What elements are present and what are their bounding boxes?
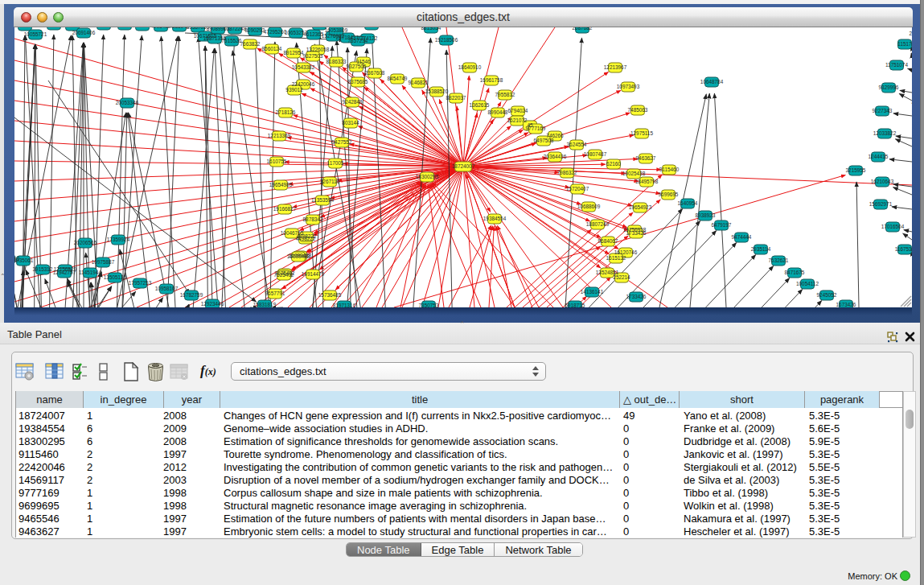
svg-text:11451944: 11451944 xyxy=(79,270,101,275)
svg-text:2718126: 2718126 xyxy=(276,109,296,115)
svg-text:9699695: 9699695 xyxy=(659,192,679,197)
svg-text:19654985: 19654985 xyxy=(269,182,293,187)
svg-text:17016504: 17016504 xyxy=(881,224,905,229)
svg-text:7625402: 7625402 xyxy=(274,272,294,278)
svg-text:87490893: 87490893 xyxy=(0,256,20,262)
svg-text:19166827: 19166827 xyxy=(273,206,297,212)
svg-text:11751074: 11751074 xyxy=(885,62,908,68)
svg-text:9329996: 9329996 xyxy=(879,84,899,90)
svg-text:16210643: 16210643 xyxy=(871,179,894,184)
svg-text:10543382: 10543382 xyxy=(292,64,315,70)
svg-text:20206565: 20206565 xyxy=(74,240,97,245)
svg-text:7632621: 7632621 xyxy=(769,257,789,263)
svg-text:9474444: 9474444 xyxy=(732,234,752,240)
svg-text:18807249: 18807249 xyxy=(586,221,610,227)
svg-text:9657791: 9657791 xyxy=(265,290,285,296)
svg-text:1419610: 1419610 xyxy=(15,23,35,28)
svg-text:2687682: 2687682 xyxy=(573,25,593,31)
svg-text:16961758: 16961758 xyxy=(480,77,503,83)
svg-text:19384554: 19384554 xyxy=(483,216,507,221)
svg-text:4498222: 4498222 xyxy=(297,233,317,239)
svg-text:9777169: 9777169 xyxy=(526,126,546,131)
svg-text:1615132: 1615132 xyxy=(606,255,626,261)
svg-text:9463627: 9463627 xyxy=(636,155,656,161)
svg-text:1362615: 1362615 xyxy=(470,102,490,108)
svg-text:8813054: 8813054 xyxy=(421,25,441,31)
svg-text:19218506: 19218506 xyxy=(435,37,458,43)
svg-text:2458591: 2458591 xyxy=(94,22,114,27)
svg-text:1733426: 1733426 xyxy=(626,230,647,236)
svg-text:1673426: 1673426 xyxy=(836,302,856,307)
svg-text:18300295: 18300295 xyxy=(416,174,439,179)
svg-text:16099488: 16099488 xyxy=(287,253,310,259)
svg-text:2571945: 2571945 xyxy=(133,23,153,28)
svg-text:7022674: 7022674 xyxy=(310,22,330,27)
svg-text:803144: 803144 xyxy=(342,120,359,126)
svg-text:13505135: 13505135 xyxy=(104,274,127,280)
svg-text:2367608: 2367608 xyxy=(365,70,385,76)
svg-text:1621072: 1621072 xyxy=(507,117,528,123)
svg-text:8186323: 8186323 xyxy=(326,59,347,64)
svg-text:10973493: 10973493 xyxy=(617,84,640,89)
svg-text:6479197: 6479197 xyxy=(712,222,732,228)
svg-text:14914479: 14914479 xyxy=(302,271,325,277)
svg-text:18640910: 18640910 xyxy=(458,64,482,70)
svg-text:3215955: 3215955 xyxy=(846,167,866,173)
svg-text:7663822: 7663822 xyxy=(240,41,261,47)
svg-text:14265799: 14265799 xyxy=(113,22,137,27)
svg-text:12942757: 12942757 xyxy=(53,270,76,275)
svg-text:11517: 11517 xyxy=(897,41,912,47)
svg-text:9115460: 9115460 xyxy=(659,167,680,172)
svg-text:9684067: 9684067 xyxy=(598,238,618,244)
svg-text:1167534: 1167534 xyxy=(895,246,915,252)
svg-text:47295260: 47295260 xyxy=(264,29,287,35)
svg-text:1640954: 1640954 xyxy=(678,200,698,206)
svg-text:16120746: 16120746 xyxy=(614,249,638,255)
svg-text:10688609: 10688609 xyxy=(577,204,601,209)
svg-text:13226058: 13226058 xyxy=(306,47,330,52)
svg-text:10648784: 10648784 xyxy=(700,79,724,84)
svg-text:9227343: 9227343 xyxy=(873,108,893,113)
svg-text:3267110: 3267110 xyxy=(320,179,340,184)
svg-text:9242848: 9242848 xyxy=(343,99,363,105)
svg-text:22420046: 22420046 xyxy=(292,81,315,87)
svg-text:7485063: 7485063 xyxy=(628,107,648,113)
svg-text:7515526: 7515526 xyxy=(222,38,242,43)
svg-text:12975115: 12975115 xyxy=(630,130,653,136)
svg-text:8938923: 8938923 xyxy=(696,212,716,218)
svg-text:7357234: 7357234 xyxy=(348,38,368,43)
svg-text:3624554: 3624554 xyxy=(567,142,587,147)
svg-text:12923446: 12923446 xyxy=(201,301,224,307)
svg-text:16053809: 16053809 xyxy=(325,27,348,33)
svg-text:9245052: 9245052 xyxy=(817,292,837,298)
svg-text:16782759: 16782759 xyxy=(180,292,203,298)
svg-text:10975887: 10975887 xyxy=(92,259,115,265)
svg-text:8560124: 8560124 xyxy=(262,46,282,51)
svg-text:8375685: 8375685 xyxy=(348,79,368,84)
svg-text:3341057: 3341057 xyxy=(63,23,83,28)
svg-text:9146821: 9146821 xyxy=(409,80,429,85)
svg-text:15736485: 15736485 xyxy=(318,292,342,298)
svg-text:18724007: 18724007 xyxy=(452,163,475,169)
svg-text:17957253: 17957253 xyxy=(129,280,152,286)
svg-text:8990448: 8990448 xyxy=(488,109,508,115)
svg-text:42868828: 42868828 xyxy=(43,22,66,27)
svg-text:12033822: 12033822 xyxy=(873,130,897,136)
svg-text:15831819: 15831819 xyxy=(253,302,277,307)
svg-text:91030736: 91030736 xyxy=(360,22,384,27)
svg-text:10055721: 10055721 xyxy=(24,31,47,37)
svg-text:11353594: 11353594 xyxy=(311,197,334,203)
svg-text:14136141: 14136141 xyxy=(581,289,604,295)
svg-text:10958107: 10958107 xyxy=(155,286,179,291)
svg-text:62160: 62160 xyxy=(606,161,621,167)
svg-text:20691406: 20691406 xyxy=(72,30,96,35)
svg-text:252214: 252214 xyxy=(613,274,630,280)
svg-text:4903402: 4903402 xyxy=(151,23,171,29)
svg-text:1610755: 1610755 xyxy=(267,159,287,164)
svg-text:1733426: 1733426 xyxy=(626,294,647,299)
svg-text:18495798: 18495798 xyxy=(635,179,659,184)
svg-text:1244415: 1244415 xyxy=(869,154,889,159)
svg-text:19654923: 19654923 xyxy=(629,204,652,210)
svg-text:20364436: 20364436 xyxy=(544,154,567,159)
svg-text:3915312: 3915312 xyxy=(33,266,53,272)
